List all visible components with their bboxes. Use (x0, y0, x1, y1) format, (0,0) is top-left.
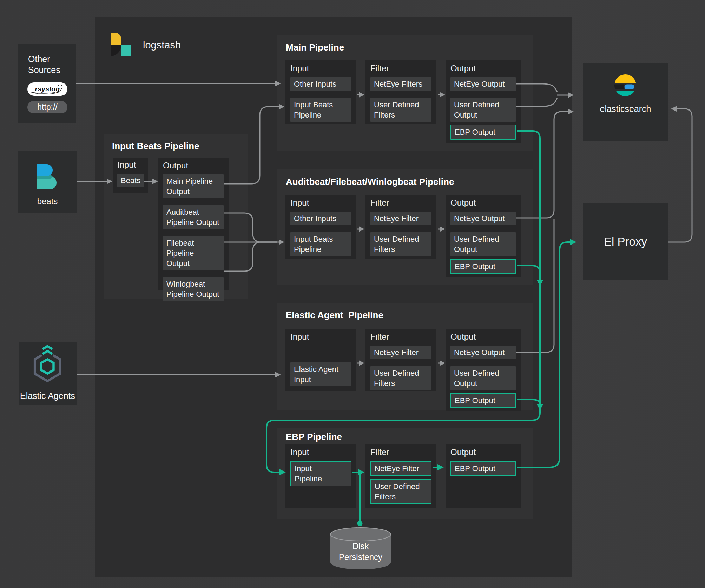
teal-audit-ebp-output-join (517, 266, 540, 281)
line-main-userdef-output-merge (516, 98, 557, 106)
teal-ebp-merge-to-ebp-pipeline (266, 131, 540, 472)
diagram-canvas: logstash Other Sources rsyslog http:// b… (0, 0, 705, 588)
arrow-elproxy-to-elasticsearch (668, 109, 692, 242)
teal-ebp-output-to-elproxy (517, 242, 571, 467)
connector-lines (0, 0, 705, 588)
line-winlogbeat-output-join (224, 242, 277, 271)
line-agent-neteye-join (516, 219, 554, 352)
rsyslog-label: rsyslog (35, 85, 60, 93)
line-main-neteye-output-merge (516, 84, 557, 92)
teal-disk-endpoint-dot (357, 521, 363, 526)
line-auditbeat-output-join (224, 213, 277, 242)
teal-agent-ebp-output-join (517, 400, 540, 405)
arrow-audit-neteye-to-elasticsearch (516, 112, 569, 218)
arrow-mpo-to-main-input (224, 107, 279, 184)
